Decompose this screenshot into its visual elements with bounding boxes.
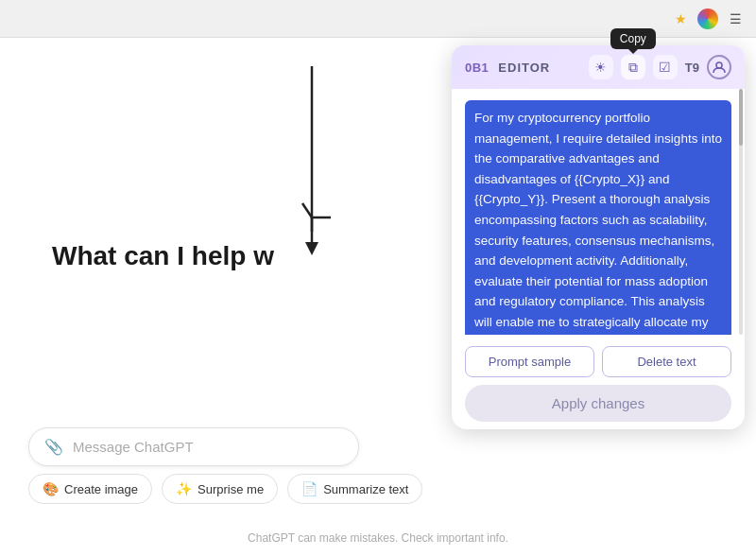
welcome-heading: What can I help w: [52, 241, 274, 271]
scrollbar-track: [739, 89, 743, 335]
editor-content[interactable]: For my cryptocurrency portfolio manageme…: [452, 89, 745, 335]
quick-actions: 🎨 Create image ✨ Surprise me 📄 Summarize…: [28, 474, 422, 504]
summarize-text-label: Summarize text: [323, 482, 408, 496]
copy-tooltip: Copy: [610, 28, 656, 49]
create-image-label: Create image: [64, 482, 138, 496]
surprise-me-label: Surprise me: [198, 482, 264, 496]
main-area: What can I help w 📎 Message ChatGPT 🎨 Cr…: [0, 38, 756, 556]
copy-wrapper: Copy ⧉: [621, 55, 645, 79]
editor-panel: 0B1 EDITOR ☀ Copy ⧉ ☑ T9 For m: [452, 45, 745, 429]
svg-point-2: [716, 62, 722, 68]
editor-actions: Prompt sample Delete text Apply changes: [452, 335, 745, 429]
editor-text-block: For my cryptocurrency portfolio manageme…: [465, 100, 731, 335]
editor-header-icons: ☀ Copy ⧉ ☑ T9: [589, 55, 731, 79]
message-input-container[interactable]: 📎 Message ChatGPT: [28, 427, 359, 466]
sun-icon[interactable]: ☀: [589, 55, 613, 79]
checkbox-icon[interactable]: ☑: [653, 55, 678, 79]
menu-icon[interactable]: ☰: [726, 9, 745, 28]
attachment-icon: 📎: [44, 438, 63, 456]
editor-label: 0B1: [465, 61, 489, 75]
surprise-me-button[interactable]: ✨ Surprise me: [162, 474, 278, 504]
svg-marker-1: [305, 242, 318, 255]
create-image-icon: 🎨: [43, 481, 59, 496]
message-placeholder: Message ChatGPT: [73, 439, 343, 455]
t9-label: T9: [685, 61, 699, 75]
editor-title: EDITOR: [498, 61, 578, 75]
summarize-text-icon: 📄: [301, 481, 318, 496]
action-row: Prompt sample Delete text: [465, 346, 731, 377]
apply-changes-button[interactable]: Apply changes: [465, 385, 731, 422]
scrollbar-thumb[interactable]: [739, 89, 743, 146]
delete-text-button[interactable]: Delete text: [602, 346, 731, 377]
editor-header: 0B1 EDITOR ☀ Copy ⧉ ☑ T9: [452, 45, 745, 89]
summarize-text-button[interactable]: 📄 Summarize text: [287, 474, 422, 504]
user-icon[interactable]: [707, 55, 731, 79]
prompt-sample-button[interactable]: Prompt sample: [465, 346, 594, 377]
footer-note: ChatGPT can make mistakes. Check importa…: [248, 531, 508, 545]
input-area: 📎 Message ChatGPT: [28, 427, 359, 466]
profile-avatar[interactable]: [697, 9, 718, 29]
surprise-me-icon: ✨: [176, 481, 192, 496]
bookmark-icon[interactable]: ★: [671, 9, 690, 28]
create-image-button[interactable]: 🎨 Create image: [28, 474, 152, 504]
